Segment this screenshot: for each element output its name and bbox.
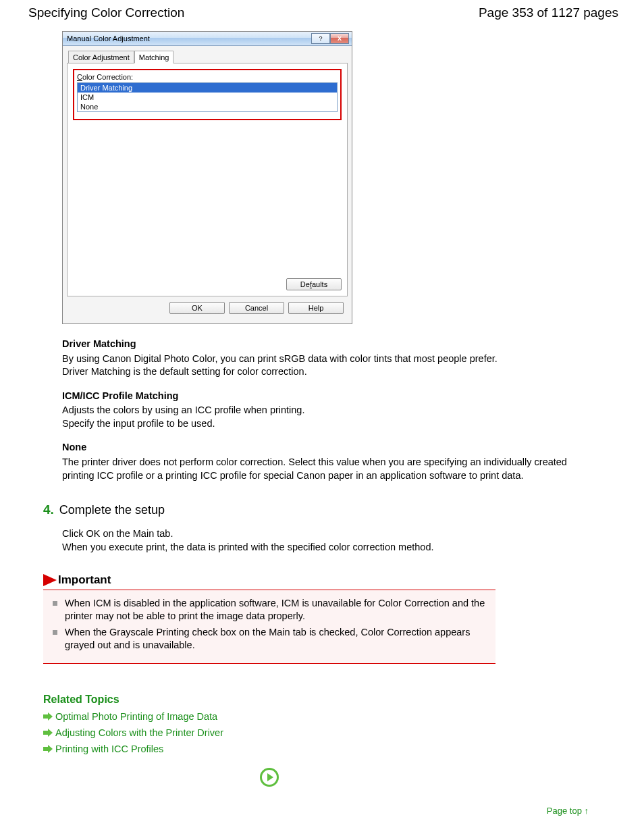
important-item: When ICM is disabled in the application … [51, 597, 487, 623]
important-item: When the Grayscale Printing check box on… [51, 626, 487, 652]
flag-icon [43, 574, 57, 586]
related-link[interactable]: Adjusting Colors with the Printer Driver [43, 727, 616, 738]
arrow-icon [43, 712, 53, 721]
option-driver-matching[interactable]: Driver Matching [78, 83, 337, 93]
defaults-button[interactable]: Defaults [286, 278, 342, 290]
important-box: When ICM is disabled in the application … [43, 590, 495, 664]
option-icm[interactable]: ICM [78, 93, 337, 102]
page-title: Specifying Color Correction [28, 5, 184, 20]
related-link[interactable]: Printing with ICC Profiles [43, 744, 616, 754]
color-correction-group: Color Correction: Driver Matching ICM No… [73, 69, 342, 120]
option-none[interactable]: None [78, 102, 337, 111]
related-topics-heading: Related Topics [43, 694, 616, 706]
tab-panel-matching: Color Correction: Driver Matching ICM No… [67, 63, 348, 296]
desc-icm: ICM/ICC Profile Matching Adjusts the col… [62, 390, 595, 431]
important-heading: Important [43, 573, 495, 590]
step-body: Click OK on the Main tab. When you execu… [62, 527, 616, 554]
up-arrow-icon: ↑ [585, 806, 589, 816]
help-icon[interactable]: ? [311, 33, 330, 44]
dialog-titlebar: Manual Color Adjustment ? X [63, 32, 352, 46]
cancel-button[interactable]: Cancel [229, 302, 284, 314]
ok-button[interactable]: OK [169, 302, 225, 314]
page-counter: Page 353 of 1127 pages [479, 5, 618, 20]
related-link[interactable]: Optimal Photo Printing of Image Data [43, 711, 616, 722]
color-correction-label: Color Correction: [77, 73, 338, 81]
tab-matching[interactable]: Matching [134, 51, 174, 63]
step-number: 4. [43, 502, 54, 517]
close-icon[interactable]: X [330, 33, 349, 44]
color-correction-list[interactable]: Driver Matching ICM None [77, 82, 338, 112]
help-button[interactable]: Help [288, 302, 344, 314]
dialog-title: Manual Color Adjustment [67, 34, 150, 43]
arrow-icon [43, 745, 53, 753]
desc-none: None The printer driver does not perform… [62, 441, 595, 482]
dialog-manual-color-adjustment: Manual Color Adjustment ? X Color Adjust… [62, 31, 352, 324]
arrow-icon [43, 729, 53, 737]
page-top-link[interactable]: Page top ↑ [28, 806, 589, 816]
step-title: Complete the setup [59, 503, 165, 517]
step-4: 4. Complete the setup [43, 502, 616, 517]
next-icon[interactable] [260, 768, 279, 787]
desc-driver-matching: Driver Matching By using Canon Digital P… [62, 338, 595, 379]
tab-color-adjustment[interactable]: Color Adjustment [68, 51, 134, 63]
